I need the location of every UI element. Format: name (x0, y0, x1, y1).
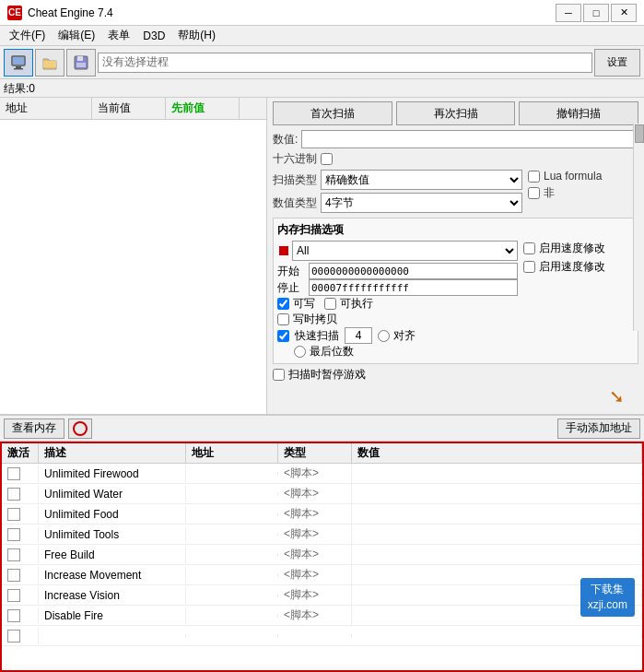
cheat-row[interactable]: Unlimited Firewood <脚本> (2, 464, 642, 484)
pause-game-row: 扫描时暂停游戏 (273, 367, 638, 383)
value-type-select[interactable]: 4字节 (321, 193, 522, 213)
last-digit-radio[interactable] (294, 346, 306, 358)
settings-button[interactable]: 设置 (594, 49, 640, 77)
speed-mod1-checkbox[interactable] (523, 242, 535, 254)
cheat-row[interactable]: Increase Vision <脚本> (2, 585, 642, 606)
start-addr-input[interactable] (309, 263, 518, 279)
lua-formula-row: Lua formula (528, 170, 638, 183)
non-checkbox[interactable] (528, 187, 540, 199)
hex-checkbox[interactable] (321, 153, 333, 165)
col-addr-header: 地址 (186, 443, 278, 463)
results-bar: 结果:0 (0, 79, 644, 98)
scan-type-select[interactable]: 精确数值 (321, 170, 522, 190)
memory-range-row: All (277, 241, 518, 261)
stop-addr-input[interactable] (309, 279, 518, 296)
addr-table-header: 地址 当前值 先前值 (0, 98, 266, 120)
active-checkbox[interactable] (7, 569, 20, 582)
maximize-button[interactable]: □ (583, 4, 609, 22)
cheat-addr-cell (186, 472, 278, 476)
scan-type-row: 扫描类型 精确数值 (273, 170, 522, 190)
cheat-row[interactable]: Unlimited Food <脚本> (2, 504, 642, 525)
menu-table[interactable]: 表单 (102, 26, 135, 45)
cheat-active-cell (2, 466, 39, 482)
add-address-button[interactable]: 手动添加地址 (557, 419, 640, 439)
title-bar: CE Cheat Engine 7.4 ─ □ ✕ (0, 0, 644, 26)
view-memory-button[interactable]: 查看内存 (4, 419, 64, 439)
align-radio[interactable] (378, 330, 390, 342)
cheat-addr-cell (186, 533, 278, 536)
cheat-type-cell: <脚本> (278, 585, 352, 605)
menu-edit[interactable]: 编辑(E) (53, 26, 100, 45)
memory-range-select[interactable]: All (292, 241, 518, 261)
writable-checkbox[interactable] (277, 298, 289, 310)
svg-rect-6 (76, 63, 86, 67)
cheat-table-header: 激活 描述 地址 类型 数值 (2, 443, 642, 464)
active-checkbox[interactable] (7, 528, 20, 541)
active-checkbox[interactable] (7, 467, 20, 480)
pause-game-checkbox[interactable] (273, 369, 285, 381)
cheat-addr-cell (186, 573, 278, 577)
col-val-header: 数值 (352, 443, 642, 463)
cheat-desc-cell: Free Build (39, 547, 186, 563)
cheat-row[interactable] (2, 626, 642, 646)
active-checkbox[interactable] (7, 589, 20, 602)
cheat-desc-cell (39, 634, 186, 638)
col-active-header: 激活 (2, 443, 39, 463)
cheat-desc-cell: Unlimited Tools (39, 526, 186, 543)
cheat-val-cell (352, 553, 642, 557)
close-button[interactable]: ✕ (611, 4, 637, 22)
hex-checkbox-row: 十六进制 (273, 151, 638, 167)
cheat-row[interactable]: Disable Fire <脚本> (2, 606, 642, 626)
copy-on-write-checkbox[interactable] (277, 313, 289, 325)
speed-mod2-checkbox[interactable] (523, 261, 535, 273)
cheat-type-cell: <脚本> (278, 484, 352, 503)
first-scan-button[interactable]: 首次扫描 (273, 101, 392, 125)
cheat-active-cell (2, 486, 39, 502)
cheat-row[interactable]: Increase Movement <脚本> (2, 565, 642, 585)
fast-scan-checkbox[interactable] (277, 330, 289, 342)
value-row: 数值: (273, 130, 638, 148)
value-type-row: 数值类型 4字节 (273, 193, 522, 213)
cheat-active-cell (2, 587, 39, 604)
fast-scan-input[interactable] (345, 327, 372, 344)
active-checkbox[interactable] (7, 630, 20, 643)
active-checkbox[interactable] (7, 609, 20, 622)
toolbar-btn-1[interactable] (4, 49, 33, 77)
active-checkbox[interactable] (7, 508, 20, 521)
cheat-row[interactable]: Unlimited Water <脚本> (2, 484, 642, 504)
process-bar[interactable]: 没有选择进程 (98, 53, 592, 73)
active-checkbox[interactable] (7, 488, 20, 501)
col-previous: 先前值 (166, 98, 240, 119)
cheat-row[interactable]: Unlimited Tools <脚本> (2, 525, 642, 545)
stop-button[interactable] (68, 419, 92, 439)
svg-rect-2 (14, 68, 23, 70)
cheat-row[interactable]: Free Build <脚本> (2, 545, 642, 565)
active-checkbox[interactable] (7, 548, 20, 561)
window-title: Cheat Engine 7.4 (28, 6, 113, 19)
right-scrollbar[interactable] (633, 124, 644, 331)
menu-help[interactable]: 帮助(H) (172, 26, 221, 45)
scan-buttons: 首次扫描 再次扫描 撤销扫描 (273, 101, 638, 125)
minimize-button[interactable]: ─ (556, 4, 581, 22)
toolbar-btn-2[interactable] (35, 49, 64, 77)
cheat-active-cell (2, 628, 39, 644)
lua-formula-checkbox[interactable] (528, 171, 540, 183)
scroll-thumb[interactable] (635, 124, 644, 143)
bottom-toolbar: 查看内存 手动添加地址 (0, 416, 644, 442)
menu-d3d[interactable]: D3D (137, 28, 170, 44)
scan-type-section: 扫描类型 精确数值 数值类型 4字节 Lua formula (273, 170, 638, 213)
next-scan-button[interactable]: 再次扫描 (396, 101, 516, 125)
undo-scan-button[interactable]: 撤销扫描 (519, 101, 638, 125)
speed-mod1-row: 启用速度修改 (523, 241, 634, 256)
toolbar-btn-3[interactable] (66, 49, 96, 77)
cheat-active-cell (2, 506, 39, 523)
cheat-val-cell (352, 492, 642, 496)
menu-file[interactable]: 文件(F) (4, 26, 51, 45)
speed-mod2-row: 启用速度修改 (523, 259, 634, 275)
executable-checkbox[interactable] (324, 298, 336, 310)
open-icon (41, 54, 58, 71)
value-input[interactable] (301, 130, 638, 148)
cheat-addr-cell (186, 594, 278, 597)
cheat-type-cell (278, 634, 352, 638)
cheat-val-cell (352, 472, 642, 476)
